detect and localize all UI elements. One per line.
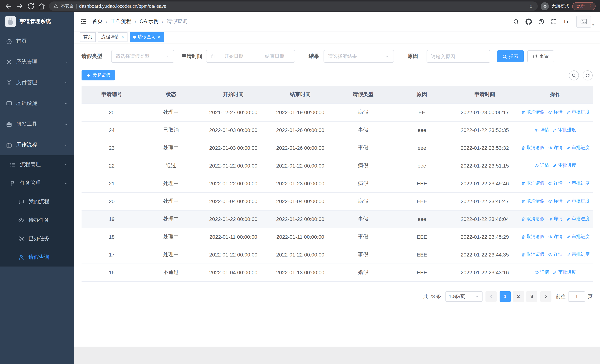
approval-progress-link[interactable]: 审批进度 xyxy=(566,145,590,151)
browser-back-icon[interactable] xyxy=(4,2,13,10)
column-header-2: 开始时间 xyxy=(200,86,267,103)
prev-page-button[interactable] xyxy=(486,291,497,301)
sidebar-item-3[interactable]: 基础设施 xyxy=(0,93,74,114)
detail-link[interactable]: 详情 xyxy=(548,109,562,115)
user-avatar[interactable]: ▾ xyxy=(576,15,594,28)
sidebar-item-9[interactable]: 待办任务 xyxy=(0,211,74,229)
cancel-leave-link[interactable]: 取消请假 xyxy=(521,252,544,258)
breadcrumb-item-3: 请假查询 xyxy=(167,18,188,25)
sidebar-item-0[interactable]: 首页 xyxy=(0,31,74,52)
approval-progress-link[interactable]: 审批进度 xyxy=(566,109,590,115)
cell-id: 20 xyxy=(82,192,142,210)
column-header-7: 操作 xyxy=(518,86,593,103)
approval-progress-link[interactable]: 审批进度 xyxy=(566,216,590,222)
cancel-leave-link[interactable]: 取消请假 xyxy=(521,198,544,205)
browser-home-icon[interactable] xyxy=(38,2,46,10)
apply-time-range-picker[interactable]: 开始日期 - 结束日期 xyxy=(206,50,295,63)
approval-progress-link[interactable]: 审批进度 xyxy=(566,198,590,205)
fullscreen-icon[interactable] xyxy=(551,18,557,25)
breadcrumb-item-1[interactable]: 工作流程 xyxy=(111,18,131,25)
table-row-23: 23处理中2022-01-03 00:00:002022-01-26 00:00… xyxy=(82,139,593,157)
approval-progress-link[interactable]: 审批进度 xyxy=(553,163,576,169)
cell-reason: EEE xyxy=(392,228,451,246)
view-tab-0[interactable]: 首页 xyxy=(80,32,96,42)
view-tab-1[interactable]: 流程详情× xyxy=(98,32,127,42)
url-text[interactable]: dashboard.yudao.iocoder.cn/bpm/oa/leave xyxy=(79,3,526,9)
approval-progress-link[interactable]: 审批进度 xyxy=(566,252,590,258)
approval-progress-link[interactable]: 审批进度 xyxy=(566,234,590,240)
toggle-search-button[interactable] xyxy=(569,70,579,80)
github-icon[interactable] xyxy=(525,18,532,25)
close-tab-icon[interactable]: × xyxy=(158,35,160,39)
page-button-1[interactable]: 1 xyxy=(500,291,511,301)
result-select[interactable]: 请选择流结果 xyxy=(324,50,394,63)
breadcrumb-item-0[interactable]: 首页 xyxy=(92,18,103,25)
question-icon[interactable] xyxy=(538,18,544,25)
cancel-leave-link[interactable]: 取消请假 xyxy=(521,216,544,222)
detail-link[interactable]: 详情 xyxy=(548,180,562,187)
page-unit-label: 页 xyxy=(588,293,593,300)
page-button-2[interactable]: 2 xyxy=(513,291,524,301)
view-tab-2[interactable]: 请假查询× xyxy=(130,32,164,42)
table-row-25: 25处理中2021-12-27 00:00:002022-01-19 00:00… xyxy=(82,103,593,121)
cancel-leave-link[interactable]: 取消请假 xyxy=(521,180,544,187)
detail-link[interactable]: 详情 xyxy=(548,198,562,205)
browser-refresh-icon[interactable] xyxy=(27,2,35,10)
detail-link[interactable]: 详情 xyxy=(534,269,549,276)
sidebar-item-4[interactable]: 研发工具 xyxy=(0,114,74,135)
browser-menu-icon[interactable]: ⋮ xyxy=(587,4,594,9)
browser-update-button[interactable]: 更新 ⋮ xyxy=(572,2,596,10)
sidebar-item-10[interactable]: 已办任务 xyxy=(0,229,74,248)
bookmark-star-icon[interactable]: ☆ xyxy=(529,3,533,9)
cancel-leave-link[interactable]: 取消请假 xyxy=(521,145,544,151)
cell-apply_time: 2022-01-22 23:51:15 xyxy=(451,157,518,175)
refresh-table-button[interactable] xyxy=(582,70,593,80)
leave-type-select[interactable]: 请选择请假类型 xyxy=(111,50,174,63)
reason-input[interactable] xyxy=(431,54,486,59)
cell-start: 2022-01-22 00:00:00 xyxy=(200,246,267,263)
page-button-3[interactable]: 3 xyxy=(526,291,537,301)
sidebar-item-1[interactable]: 系统管理 xyxy=(0,52,74,72)
address-bar[interactable]: 不安全 dashboard.yudao.iocoder.cn/bpm/oa/le… xyxy=(49,1,538,11)
sidebar-toggle-icon[interactable] xyxy=(80,18,87,25)
font-size-icon[interactable]: TT xyxy=(563,19,569,24)
detail-link[interactable]: 详情 xyxy=(548,234,562,240)
create-leave-button[interactable]: 发起请假 xyxy=(82,70,115,80)
page-size-select[interactable]: 10条/页 xyxy=(445,291,483,301)
breadcrumb-item-2[interactable]: OA 示例 xyxy=(140,18,159,25)
detail-link[interactable]: 详情 xyxy=(548,216,562,222)
search-icon[interactable] xyxy=(513,18,519,25)
browser-forward-icon[interactable] xyxy=(16,2,24,10)
reset-button[interactable]: 重置 xyxy=(527,50,554,62)
sidebar-item-5[interactable]: 工作流程 xyxy=(0,135,74,155)
detail-link[interactable]: 详情 xyxy=(548,252,562,258)
sidebar-item-11[interactable]: 请假查询 xyxy=(0,248,74,267)
table-header-row: 申请编号状态开始时间结束时间请假类型原因申请时间操作 xyxy=(82,86,593,103)
detail-link[interactable]: 详情 xyxy=(548,145,562,151)
cell-status: 通过 xyxy=(142,157,200,175)
search-button[interactable]: 搜索 xyxy=(497,50,524,62)
approval-progress-link[interactable]: 审批进度 xyxy=(553,269,576,276)
cell-start: 2022-01-22 00:00:00 xyxy=(200,157,267,175)
cell-reason: EEE xyxy=(392,175,451,192)
next-page-button[interactable] xyxy=(540,291,552,301)
cell-apply_time: 2022-01-22 23:53:32 xyxy=(451,139,518,157)
cell-apply_time: 2022-01-22 23:49:46 xyxy=(451,175,518,192)
sidebar-item-7[interactable]: 任务管理 xyxy=(0,174,74,192)
sidebar-item-8[interactable]: 我的流程 xyxy=(0,192,74,211)
close-tab-icon[interactable]: × xyxy=(121,35,124,39)
detail-link[interactable]: 详情 xyxy=(534,127,549,133)
approval-progress-link[interactable]: 审批进度 xyxy=(553,127,576,133)
cancel-leave-link[interactable]: 取消请假 xyxy=(521,109,544,115)
top-navbar: 首页/工作流程/OA 示例/请假查询 TT ▾ xyxy=(74,12,600,31)
cell-apply_time: 2022-01-22 23:43:16 xyxy=(451,263,518,281)
result-label: 结果 xyxy=(309,53,319,60)
row-actions: 详情审批进度 xyxy=(518,157,593,175)
view-icon xyxy=(548,235,553,239)
cancel-leave-link[interactable]: 取消请假 xyxy=(521,234,544,240)
sidebar-item-2[interactable]: 支付管理 xyxy=(0,72,74,93)
goto-page-input[interactable] xyxy=(568,291,585,301)
sidebar-item-6[interactable]: 流程管理 xyxy=(0,155,74,174)
approval-progress-link[interactable]: 审批进度 xyxy=(566,180,590,187)
detail-link[interactable]: 详情 xyxy=(534,163,549,169)
